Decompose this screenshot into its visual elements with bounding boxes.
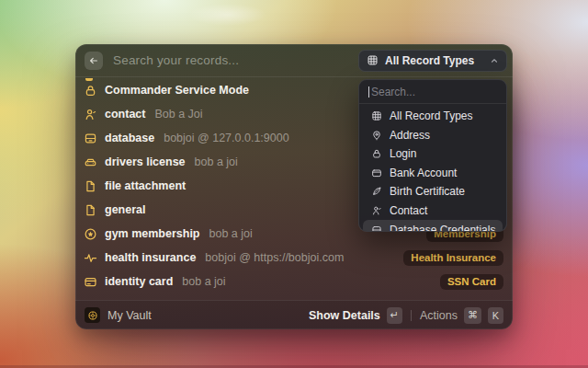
- record-type-badge: Health Insurance: [403, 250, 503, 266]
- wallpaper-highlight: [188, 4, 266, 26]
- dropdown-search-input[interactable]: Search...: [359, 80, 506, 104]
- record-title: general: [105, 203, 145, 216]
- record-title: drivers license: [105, 155, 186, 168]
- dropdown-item-label: Birth Certificate: [390, 185, 465, 198]
- record-subtitle: bob a joi: [195, 155, 238, 168]
- footer-actions: Show Details ↵ Actions ⌘ K: [309, 307, 503, 324]
- arrow-left-icon: [88, 55, 99, 66]
- record-type-badge: SSN Card: [440, 274, 503, 290]
- chevron-up-icon: [490, 56, 499, 65]
- record-title: identity card: [105, 275, 173, 288]
- vault-name-label: My Vault: [107, 309, 152, 322]
- dropdown-item-address[interactable]: Address: [363, 126, 503, 145]
- database-icon: [83, 131, 97, 145]
- scrolled-item-fragment: [85, 78, 93, 81]
- record-title: gym membership: [105, 227, 200, 240]
- database-icon: [370, 224, 382, 233]
- person-icon: [370, 204, 382, 216]
- record-subtitle: bob a joi: [209, 227, 253, 240]
- actions-button[interactable]: Actions: [420, 309, 458, 322]
- dropdown-item-birth-certificate[interactable]: Birth Certificate: [363, 182, 503, 201]
- search-top-bar: Search your records... All Record Types: [75, 44, 513, 77]
- record-type-dropdown: Search... All Record TypesAddressLoginBa…: [358, 79, 507, 232]
- record-title: file attachment: [105, 179, 186, 192]
- lock-icon: [370, 148, 382, 160]
- record-title: Commander Service Mode: [105, 84, 249, 97]
- file-icon: [83, 178, 97, 193]
- person-icon: [83, 107, 97, 121]
- footer-divider: [411, 310, 412, 321]
- record-row[interactable]: health insurancebobjoi @ https://bobjoi.…: [75, 246, 513, 270]
- record-subtitle: Bob a Joi: [154, 108, 202, 121]
- record-subtitle: bobjoi @ https://bobjoi.com: [205, 251, 344, 264]
- text-caret: [368, 86, 369, 98]
- record-type-filter-button[interactable]: All Record Types: [358, 50, 507, 72]
- dropdown-item-label: Database Credentials: [390, 224, 495, 232]
- certificate-icon: [370, 186, 382, 198]
- k-key-badge: K: [488, 307, 503, 324]
- cmd-key-badge: ⌘: [464, 307, 481, 324]
- records-search-input[interactable]: Search your records...: [113, 53, 358, 67]
- dropdown-search-placeholder: Search...: [371, 86, 415, 98]
- car-icon: [83, 155, 97, 169]
- dropdown-item-label: Contact: [390, 204, 427, 217]
- record-title: contact: [105, 108, 145, 121]
- dropdown-item-database-credentials[interactable]: Database Credentials: [363, 220, 503, 232]
- pin-icon: [370, 129, 382, 141]
- record-subtitle: bobjoi @ 127.0.0.1:9000: [164, 132, 288, 144]
- enter-key-badge: ↵: [387, 307, 402, 324]
- dropdown-item-label: Address: [390, 129, 430, 142]
- dropdown-item-login[interactable]: Login: [363, 144, 503, 164]
- filter-button-label: All Record Types: [385, 54, 474, 67]
- grid-icon: [370, 110, 382, 122]
- dropdown-item-list: All Record TypesAddressLoginBank Account…: [359, 104, 506, 232]
- dropdown-item-label: Login: [390, 147, 416, 160]
- dropdown-item-bank-account[interactable]: Bank Account: [363, 164, 503, 183]
- dropdown-item-label: All Record Types: [390, 109, 473, 122]
- record-row[interactable]: identity cardbob a joiSSN Card: [75, 270, 513, 293]
- record-title: database: [105, 132, 154, 144]
- file-icon: [83, 202, 97, 217]
- bank-icon: [370, 167, 382, 178]
- vault-logo-icon: [85, 307, 100, 323]
- dropdown-item-label: Bank Account: [390, 167, 457, 179]
- lock-icon: [83, 83, 97, 98]
- card-icon: [83, 274, 97, 289]
- back-button[interactable]: [85, 52, 103, 70]
- show-details-button[interactable]: Show Details: [309, 309, 380, 322]
- pulse-icon: [83, 250, 97, 265]
- grid-icon: [367, 54, 379, 66]
- footer-bar: My Vault Show Details ↵ Actions ⌘ K: [75, 300, 513, 329]
- dropdown-item-all-record-types[interactable]: All Record Types: [363, 107, 503, 126]
- record-subtitle: bob a joi: [182, 275, 225, 288]
- record-title: health insurance: [105, 251, 196, 264]
- dropdown-item-contact[interactable]: Contact: [363, 201, 503, 221]
- star-icon: [83, 226, 97, 241]
